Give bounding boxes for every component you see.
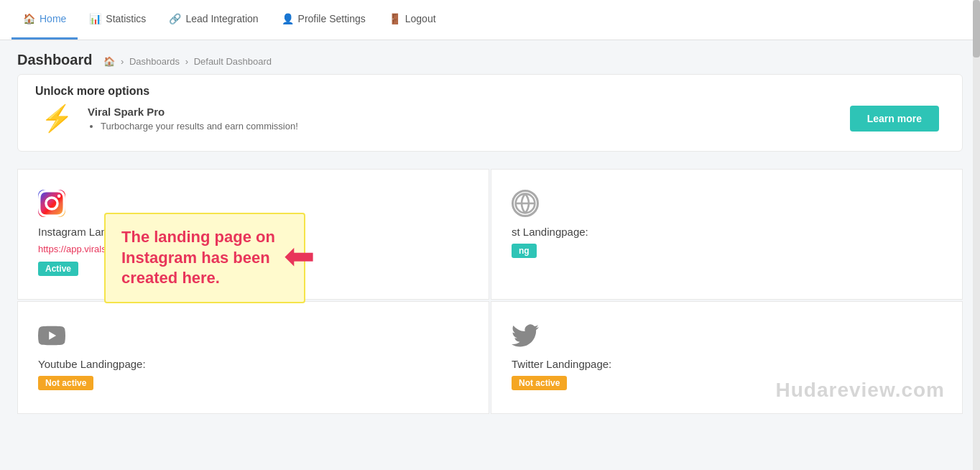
twitter-card: Twitter Landingpage: Not active Hudarevi… (491, 301, 963, 414)
breadcrumb: Dashboard 🏠 › Dashboards › Default Dashb… (0, 40, 980, 74)
link-icon: 🔗 (169, 13, 181, 24)
unlock-options-box: Unlock more options ⚡ Viral Spark Pro Tu… (17, 74, 963, 152)
breadcrumb-default-dashboard: Default Dashboard (194, 56, 272, 67)
tooltip-box: The landing page on Instagram has been c… (104, 213, 305, 303)
unlock-title: Unlock more options (35, 85, 149, 98)
product-desc-item: Turbocharge your results and earn commis… (101, 121, 836, 132)
nav-lead-integration[interactable]: 🔗 Lead Integration (157, 0, 269, 40)
nav-logout[interactable]: 🚪 Logout (377, 0, 448, 40)
twitter-card-label: Twitter Landingpage: (512, 358, 942, 370)
nav-logout-label: Logout (405, 13, 436, 24)
arrow-icon: ⬅ (284, 234, 315, 277)
other-card-label: st Landingpage: (512, 226, 942, 238)
main-content: Unlock more options ⚡ Viral Spark Pro Tu… (0, 74, 980, 431)
profile-icon: 👤 (282, 13, 294, 24)
instagram-status-badge: Active (38, 262, 78, 276)
instagram-logo (38, 190, 65, 217)
other-status-badge: ng (512, 244, 537, 258)
youtube-card: Youtube Landingpage: Not active (17, 301, 489, 414)
breadcrumb-dashboards[interactable]: Dashboards (129, 56, 180, 67)
scrollbar-thumb[interactable] (973, 0, 980, 57)
cards-grid: Instagram Landingpage: https://app.viral… (17, 169, 963, 414)
logout-icon: 🚪 (389, 13, 401, 24)
breadcrumb-path: 🏠 › Dashboards › Default Dashboard (103, 56, 272, 67)
twitter-icon (512, 322, 942, 349)
nav-profile-label: Profile Settings (298, 13, 366, 24)
home-icon: 🏠 (23, 13, 35, 24)
unlock-content: ⚡ Viral Spark Pro Turbocharge your resul… (41, 103, 939, 134)
watermark: Hudareview.com (776, 379, 945, 402)
youtube-status-badge: Not active (38, 376, 93, 390)
twitter-logo (512, 322, 539, 349)
nav-profile-settings[interactable]: 👤 Profile Settings (270, 0, 377, 40)
instagram-card: Instagram Landingpage: https://app.viral… (17, 169, 489, 300)
twitter-status-badge: Not active (512, 376, 567, 390)
nav-home-label: Home (40, 13, 66, 24)
tooltip-text: The landing page on Instagram has been c… (121, 228, 275, 287)
youtube-card-label: Youtube Landingpage: (38, 358, 468, 370)
scrollbar[interactable] (973, 0, 980, 431)
youtube-icon (38, 322, 468, 349)
circle-logo (512, 190, 539, 217)
unlock-text-block: Viral Spark Pro Turbocharge your results… (88, 106, 836, 132)
other-card: st Landingpage: ng (491, 169, 963, 300)
learn-more-button[interactable]: Learn more (850, 106, 939, 132)
nav-statistics-label: Statistics (106, 13, 146, 24)
product-description: Turbocharge your results and earn commis… (88, 121, 836, 132)
youtube-logo (38, 322, 65, 349)
page-title: Dashboard (17, 52, 92, 68)
nav-lead-label: Lead Integration (185, 13, 258, 24)
navbar: 🏠 Home 📊 Statistics 🔗 Lead Integration 👤… (0, 0, 980, 40)
other-icon (512, 190, 942, 217)
breadcrumb-home-icon: 🏠 (103, 56, 115, 67)
lightning-icon: ⚡ (41, 103, 73, 134)
statistics-icon: 📊 (89, 13, 101, 24)
nav-home[interactable]: 🏠 Home (11, 0, 78, 40)
product-name: Viral Spark Pro (88, 106, 836, 118)
nav-statistics[interactable]: 📊 Statistics (78, 0, 157, 40)
